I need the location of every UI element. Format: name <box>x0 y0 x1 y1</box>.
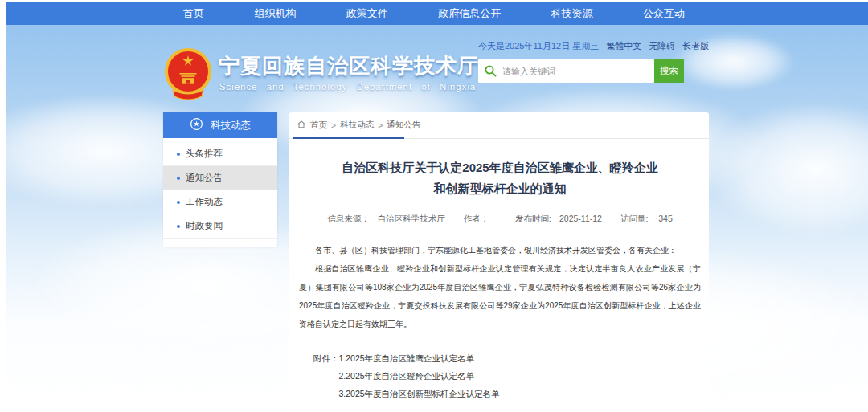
utility-links: 繁體中文 无障碍 长者版 <box>599 40 709 52</box>
top-nav-bar: 首页 组织机构 政策文件 政府信息公开 科技资源 公众互动 <box>6 2 868 25</box>
sidebar-menu: 头条推荐 通知公告 工作动态 时政要闻 <box>163 138 277 239</box>
sidebar-item-label: 头条推荐 <box>186 148 223 160</box>
meta-author: 作者： <box>460 214 502 223</box>
breadcrumb: 首页 > 科技动态 > 通知公告 <box>289 112 709 137</box>
home-icon <box>297 120 306 131</box>
sidebar-header: 科技动态 <box>163 112 277 138</box>
nav-item-policy-documents[interactable]: 政策文件 <box>340 6 395 21</box>
search-input[interactable] <box>478 59 654 83</box>
breadcrumb-sci-tech-news[interactable]: 科技动态 <box>340 120 374 131</box>
compass-star-icon <box>190 117 203 133</box>
paragraph: 根据自治区雏鹰企业、瞪羚企业和创新型标杆企业认定管理有关规定，决定认定半亩良人农… <box>299 259 701 333</box>
attachment-link[interactable]: 1.2025年度自治区雏鹰企业认定名单 <box>339 349 500 367</box>
header-utility-row: 今天是2025年11月12日 星期三 繁體中文 无障碍 长者版 <box>478 40 703 51</box>
site-title: 宁夏回族自治区科学技术厅 <box>219 52 479 80</box>
attachments-label: 附件： <box>313 349 339 402</box>
breadcrumb-separator: > <box>331 120 336 130</box>
breadcrumb-home[interactable]: 首页 <box>310 120 327 131</box>
nav-item-gov-info-disclosure[interactable]: 政府信息公开 <box>432 6 507 21</box>
attachment-link[interactable]: 2.2025年度自治区瞪羚企业认定名单 <box>339 367 500 385</box>
sidebar-title: 科技动态 <box>211 119 251 133</box>
meta-publish-time: 发布时间:2025-11-12 <box>511 214 606 223</box>
link-elderly-version[interactable]: 长者版 <box>682 40 709 52</box>
sidebar-item-label: 通知公告 <box>186 172 223 184</box>
bullet-icon <box>177 177 180 180</box>
article-meta: 信息来源：自治区科学技术厅 作者： 发布时间:2025-11-12 访问量: 3… <box>299 214 701 225</box>
link-accessibility[interactable]: 无障碍 <box>649 40 675 52</box>
sidebar-item-work-updates[interactable]: 工作动态 <box>163 190 277 214</box>
sidebar-item-headlines[interactable]: 头条推荐 <box>163 142 277 166</box>
attachment-link[interactable]: 3.2025年度自治区创新型标杆企业认定名单 <box>339 385 500 402</box>
sidebar-item-notices[interactable]: 通知公告 <box>163 166 277 190</box>
meta-visits: 访问量: 345 <box>616 214 677 223</box>
breadcrumb-separator: > <box>378 120 383 130</box>
paragraph: 各市、县（区）科技管理部门，宁东能源化工基地管委会，银川经济技术开发区管委会，各… <box>299 241 701 259</box>
sidebar: 科技动态 头条推荐 通知公告 工作动态 时政要闻 <box>163 112 277 247</box>
article: 自治区科技厅关于认定2025年度自治区雏鹰企业、瞪羚企业和创新型标杆企业的通知 … <box>289 139 709 402</box>
meta-source: 信息来源：自治区科学技术厅 <box>323 214 449 223</box>
article-body: 各市、县（区）科技管理部门，宁东能源化工基地管委会，银川经济技术开发区管委会，各… <box>299 241 701 333</box>
article-title: 自治区科技厅关于认定2025年度自治区雏鹰企业、瞪羚企业和创新型标杆企业的通知 <box>338 157 661 199</box>
nav-items: 首页 组织机构 政策文件 政府信息公开 科技资源 公众互动 <box>177 2 691 25</box>
attachments: 附件： 1.2025年度自治区雏鹰企业认定名单 2.2025年度自治区瞪羚企业认… <box>313 349 701 402</box>
search-icon <box>484 64 497 78</box>
bullet-icon <box>177 153 180 156</box>
nav-item-home[interactable]: 首页 <box>177 6 211 21</box>
national-emblem-logo <box>162 47 214 102</box>
bullet-icon <box>177 225 180 228</box>
nav-item-sci-tech-resources[interactable]: 科技资源 <box>545 6 600 21</box>
breadcrumb-notices[interactable]: 通知公告 <box>387 120 420 131</box>
site-subtitle: Science and Technology Department of Nin… <box>219 82 476 92</box>
sidebar-item-current-politics[interactable]: 时政要闻 <box>163 214 277 239</box>
sidebar-item-label: 工作动态 <box>186 196 223 208</box>
breadcrumb-divider <box>289 137 709 139</box>
current-date: 今天是2025年11月12日 星期三 <box>478 40 599 52</box>
attachment-list: 1.2025年度自治区雏鹰企业认定名单 2.2025年度自治区瞪羚企业认定名单 … <box>339 349 500 402</box>
sidebar-item-label: 时政要闻 <box>186 220 223 232</box>
bullet-icon <box>177 201 180 204</box>
nav-item-public-interaction[interactable]: 公众互动 <box>637 6 691 21</box>
main-content-panel: 首页 > 科技动态 > 通知公告 自治区科技厅关于认定2025年度自治区雏鹰企业… <box>289 112 709 412</box>
link-traditional-chinese[interactable]: 繁體中文 <box>606 40 641 52</box>
nav-item-organization[interactable]: 组织机构 <box>248 6 302 21</box>
search-button[interactable]: 搜索 <box>654 59 684 83</box>
